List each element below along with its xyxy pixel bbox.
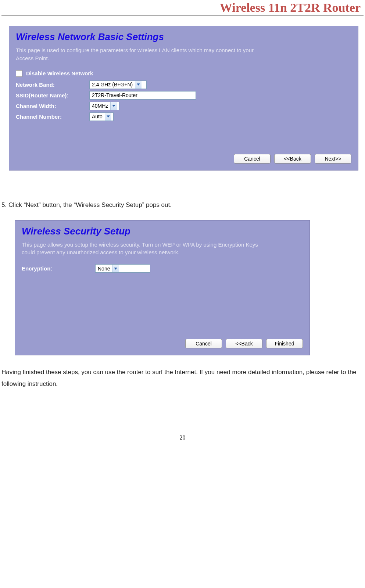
chevron-down-icon bbox=[105, 113, 111, 121]
encryption-value: None bbox=[96, 266, 112, 272]
channel-width-label: Channel Width: bbox=[16, 103, 89, 109]
next-button[interactable]: Next>> bbox=[315, 154, 351, 164]
network-band-value: 2.4 GHz (B+G+N) bbox=[90, 82, 135, 87]
back-button[interactable]: <<Back bbox=[226, 339, 262, 348]
finished-button[interactable]: Finished bbox=[266, 339, 303, 348]
ssid-value: 2T2R-Travel-Router bbox=[92, 92, 137, 98]
divider bbox=[16, 65, 351, 65]
cancel-button[interactable]: Cancel bbox=[234, 154, 271, 164]
channel-width-select[interactable]: 40MHz bbox=[89, 102, 119, 110]
basic-settings-desc: This page is used to configure the param… bbox=[16, 46, 258, 62]
basic-settings-panel: Wireless Network Basic Settings This pag… bbox=[9, 26, 358, 171]
encryption-select[interactable]: None bbox=[95, 264, 150, 273]
ssid-label: SSID(Router Name): bbox=[16, 92, 89, 98]
page-number: 20 bbox=[0, 434, 365, 441]
chevron-down-icon bbox=[110, 102, 117, 110]
back-button[interactable]: <<Back bbox=[274, 154, 311, 164]
channel-number-select[interactable]: Auto bbox=[89, 112, 114, 121]
disable-wireless-label: Disable Wireless Network bbox=[26, 70, 93, 76]
basic-settings-title: Wireless Network Basic Settings bbox=[16, 31, 351, 43]
disable-wireless-checkbox[interactable] bbox=[16, 70, 22, 77]
closing-paragraph: Having finished these steps, you can use… bbox=[1, 366, 364, 390]
security-setup-panel: Wireless Security Setup This page allows… bbox=[15, 220, 310, 356]
chevron-down-icon bbox=[135, 81, 142, 89]
channel-width-value: 40MHz bbox=[90, 103, 110, 109]
instruction-step-5: 5. Click “Next” button, the “Wireless Se… bbox=[1, 200, 364, 210]
channel-number-value: Auto bbox=[90, 114, 105, 119]
cancel-button[interactable]: Cancel bbox=[185, 339, 222, 348]
ssid-input[interactable]: 2T2R-Travel-Router bbox=[89, 91, 196, 100]
encryption-label: Encryption: bbox=[22, 265, 95, 272]
security-setup-title: Wireless Security Setup bbox=[22, 226, 303, 237]
channel-number-label: Channel Number: bbox=[16, 114, 89, 120]
divider bbox=[22, 259, 303, 259]
security-setup-desc: This page allows you setup the wireless … bbox=[22, 241, 264, 257]
network-band-select[interactable]: 2.4 GHz (B+G+N) bbox=[89, 80, 147, 89]
page-header-title: Wireless 11n 2T2R Router bbox=[1, 0, 364, 15]
chevron-down-icon bbox=[112, 265, 119, 272]
network-band-label: Network Band: bbox=[16, 82, 89, 88]
